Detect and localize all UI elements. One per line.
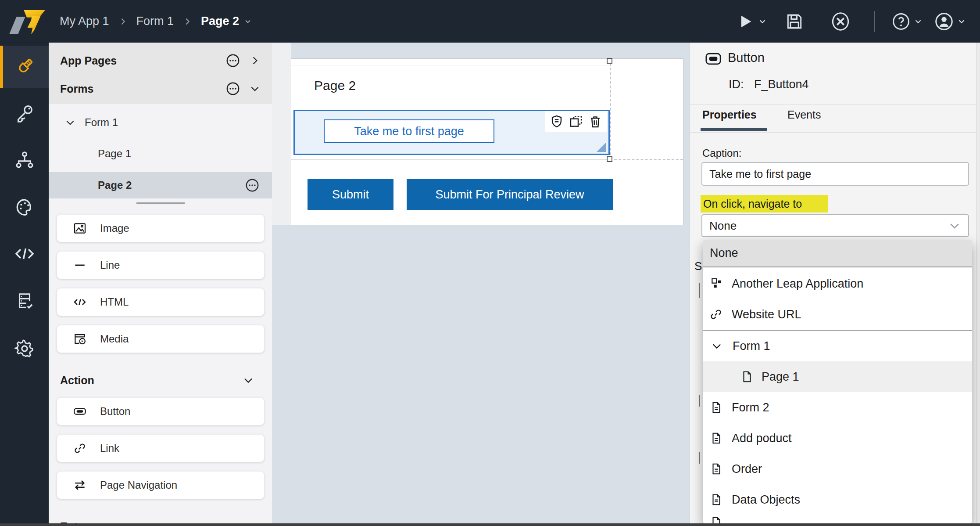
selection-handle-bottom[interactable] <box>607 156 612 162</box>
palette-item-label: Line <box>100 259 120 271</box>
tab-events[interactable]: Events <box>787 108 821 121</box>
page-navigation-icon <box>73 478 87 492</box>
palette-item-button[interactable]: Button <box>57 397 265 425</box>
dropdown-option-add-poduct[interactable]: Add poduct <box>703 423 972 454</box>
app-pages-label: App Pages <box>60 54 225 67</box>
pages-forms-panel: App Pages Forms <box>49 43 272 526</box>
palette-item-html[interactable]: HTML <box>57 288 265 316</box>
breadcrumb-page[interactable]: Page 2 <box>201 14 252 28</box>
settings-gear-icon[interactable] <box>0 328 49 370</box>
tree-item-label: Form 1 <box>85 116 118 129</box>
top-header: My App 1 Form 1 Page 2 <box>0 0 980 43</box>
page-file-icon <box>740 370 754 383</box>
resize-corner-handle[interactable] <box>597 142 606 152</box>
selection-handle-top[interactable] <box>607 58 612 64</box>
header-actions <box>733 0 972 43</box>
help-button[interactable] <box>886 0 928 43</box>
forms-label: Forms <box>60 83 225 95</box>
submitted-data-icon[interactable] <box>0 280 49 322</box>
app-pages-header[interactable]: App Pages <box>49 49 272 72</box>
dropdown-option-page1[interactable]: Page 1 <box>703 361 972 392</box>
submit-review-button[interactable]: Submit For Principal Review <box>407 179 613 210</box>
palette-item-image[interactable]: Image <box>57 214 265 242</box>
access-key-icon[interactable] <box>0 92 49 134</box>
theme-palette-icon[interactable] <box>0 186 49 228</box>
canvas-page-title[interactable]: Page 2 <box>314 78 356 93</box>
chevron-down-icon[interactable] <box>242 374 254 386</box>
dropdown-option-none[interactable]: None <box>703 240 972 267</box>
chevron-right-icon[interactable] <box>249 55 261 66</box>
ellipsis-menu-icon[interactable] <box>245 178 260 193</box>
palette-item-media[interactable]: Media <box>57 325 265 353</box>
row-divider <box>291 65 610 65</box>
custom-code-icon[interactable] <box>0 233 49 275</box>
navigate-select-value: None <box>709 219 948 233</box>
tree-item-form1[interactable]: Form 1 <box>49 111 272 134</box>
palette-item-label: Page Navigation <box>100 479 177 491</box>
application-grid-icon <box>710 277 724 291</box>
tab-properties[interactable]: Properties <box>702 108 757 121</box>
palette-item-link[interactable]: Link <box>57 434 265 462</box>
chevron-right-icon <box>182 17 192 26</box>
navigate-select[interactable]: None <box>701 214 969 237</box>
ellipsis-menu-icon[interactable] <box>225 81 240 96</box>
submit-button[interactable]: Submit <box>308 179 393 210</box>
palette-item-line[interactable]: Line <box>57 251 265 279</box>
element-id-value: F_Button4 <box>754 78 809 91</box>
palette-item-page-navigation[interactable]: Page Navigation <box>57 471 265 499</box>
dropdown-option-another-app[interactable]: Another Leap Application <box>703 268 972 299</box>
chevron-down-icon <box>243 17 252 26</box>
dropdown-option-form2[interactable]: Form 2 <box>703 392 972 423</box>
image-icon <box>73 221 87 235</box>
dropdown-option-form1[interactable]: Form 1 <box>703 331 972 361</box>
workflow-stages-icon[interactable] <box>0 139 49 181</box>
chevron-down-icon <box>948 219 961 232</box>
breadcrumb: My App 1 Form 1 Page 2 <box>60 0 252 43</box>
button-widget-icon <box>704 51 722 66</box>
form-document-icon <box>710 493 723 506</box>
chevron-down-icon[interactable] <box>711 340 723 352</box>
tree-item-page2-selected[interactable]: Page 2 <box>49 172 272 198</box>
form-page-canvas[interactable]: Page 2 Take me to first page <box>291 58 683 225</box>
obscured-field-edge <box>699 452 700 464</box>
canvas-button[interactable]: Take me to first page <box>324 119 494 143</box>
duplicate-icon[interactable] <box>569 114 583 129</box>
account-button[interactable] <box>928 0 972 43</box>
breadcrumb-form[interactable]: Form 1 <box>136 14 174 28</box>
delete-trash-icon[interactable] <box>588 114 603 129</box>
rules-shield-icon[interactable] <box>549 114 564 129</box>
link-icon <box>73 441 87 455</box>
canvas-button-caption: Take me to first page <box>354 125 464 138</box>
button-widget-icon <box>73 404 87 418</box>
line-icon <box>73 258 87 272</box>
chevron-down-icon[interactable] <box>64 117 76 128</box>
grid-column-guide <box>610 59 611 159</box>
ellipsis-menu-icon[interactable] <box>225 53 240 68</box>
tree-item-page1[interactable]: Page 1 <box>49 142 272 166</box>
panel-scrollbar[interactable] <box>976 43 980 526</box>
chevron-down-icon[interactable] <box>249 83 261 94</box>
tree-item-label: Page 1 <box>98 148 131 160</box>
active-tab-indicator <box>701 128 767 131</box>
dropdown-option-order[interactable]: Order <box>703 454 972 484</box>
element-toolbar <box>545 111 607 132</box>
caption-input[interactable] <box>701 162 969 186</box>
element-id-label: ID: <box>729 78 744 91</box>
html-code-icon <box>73 295 87 309</box>
dropdown-option-clipped[interactable] <box>703 515 972 523</box>
save-button[interactable] <box>770 0 819 43</box>
action-section-label: Action <box>60 374 242 387</box>
design-brush-icon[interactable] <box>0 46 49 88</box>
forms-header[interactable]: Forms <box>49 77 272 101</box>
dropdown-option-website-url[interactable]: Website URL <box>703 299 972 330</box>
preview-play-button[interactable] <box>733 0 770 43</box>
breadcrumb-app[interactable]: My App 1 <box>60 14 109 28</box>
panel-resize-handle[interactable] <box>136 202 185 204</box>
selected-button-element[interactable]: Take me to first page <box>293 110 610 155</box>
dropdown-option-data-objects[interactable]: Data Objects <box>703 484 972 515</box>
action-section-header[interactable]: Action <box>49 369 272 391</box>
close-button[interactable] <box>819 0 862 43</box>
leap-logo-icon[interactable] <box>7 2 51 40</box>
design-canvas: Page 2 Take me to first page <box>272 43 690 526</box>
element-type-label: Button <box>728 50 765 65</box>
